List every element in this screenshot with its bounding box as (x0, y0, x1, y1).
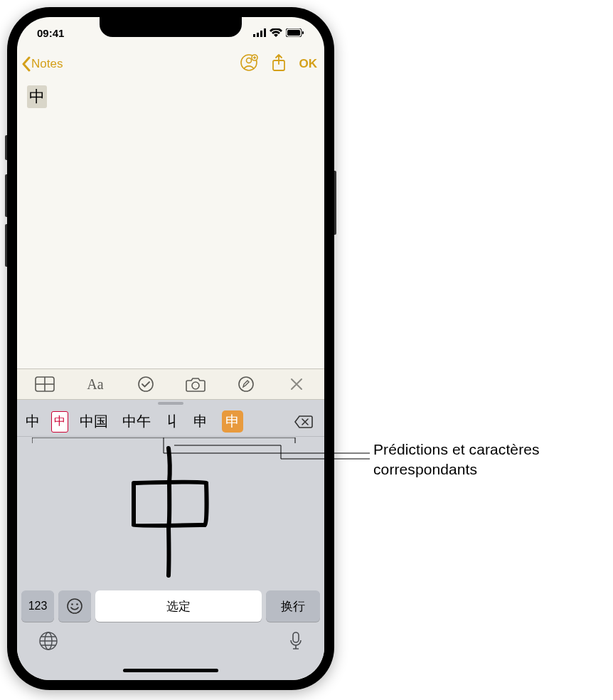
collaborate-button[interactable] (240, 53, 258, 75)
candidate-row: 中 中 中国 中午 丩 申 申 (17, 407, 324, 437)
candidate-item-5[interactable]: 申 (186, 407, 215, 437)
svg-point-14 (139, 377, 153, 391)
chevron-left-icon (21, 56, 31, 72)
svg-rect-1 (257, 33, 259, 37)
wifi-icon (270, 28, 282, 37)
keyboard-drag-handle[interactable] (17, 400, 324, 407)
keyboard-footer (17, 625, 324, 660)
status-time: 09:41 (37, 27, 64, 39)
cellular-signal-icon (253, 28, 266, 37)
candidate-item-1-mahjong[interactable]: 中 (47, 407, 73, 437)
table-button[interactable] (29, 368, 60, 400)
callout-line-1: Prédictions et caractères (373, 440, 540, 460)
battery-icon (286, 28, 304, 37)
note-content: 中 (27, 85, 47, 108)
emoji-key[interactable] (58, 590, 91, 622)
note-body[interactable]: 中 (17, 80, 324, 368)
camera-button[interactable] (180, 368, 211, 400)
share-button[interactable] (271, 53, 287, 75)
volume-down (5, 224, 7, 267)
svg-rect-3 (264, 28, 266, 37)
return-key[interactable]: 换行 (266, 590, 320, 622)
nav-bar: Notes OK (17, 48, 324, 80)
handwritten-character (121, 444, 220, 579)
callout-text: Prédictions et caractères correspondants (373, 440, 540, 480)
done-button[interactable]: OK (299, 57, 318, 71)
handle-bar (158, 402, 183, 405)
svg-rect-23 (293, 632, 299, 642)
back-button[interactable]: Notes (21, 56, 63, 72)
candidate-item-4[interactable]: 丩 (158, 407, 186, 437)
candidate-item-6-highlighted[interactable]: 申 (215, 407, 250, 437)
svg-rect-2 (260, 31, 262, 37)
status-right (253, 28, 304, 37)
svg-point-8 (246, 58, 251, 63)
handwriting-area[interactable] (17, 437, 324, 586)
svg-point-15 (192, 382, 199, 389)
numbers-key[interactable]: 123 (21, 590, 54, 622)
globe-key[interactable] (38, 631, 58, 654)
text-format-button[interactable]: Aa (80, 368, 111, 400)
svg-rect-5 (287, 30, 300, 36)
select-key[interactable]: 选定 (95, 590, 262, 622)
phone-screen: 09:41 Notes (17, 17, 324, 680)
side-button (334, 171, 336, 235)
emoji-icon (66, 598, 83, 615)
callout-line-2: correspondants (373, 460, 540, 479)
svg-point-16 (239, 377, 253, 391)
phone-frame: 09:41 Notes (7, 7, 334, 690)
home-indicator[interactable] (123, 669, 218, 672)
delete-key[interactable] (284, 407, 323, 437)
svg-point-19 (76, 603, 78, 605)
volume-up (5, 174, 7, 217)
candidate-item-2[interactable]: 中国 (73, 407, 115, 437)
candidate-item-0[interactable]: 中 (18, 407, 47, 437)
format-bar: Aa (17, 368, 324, 400)
home-indicator-area (17, 660, 324, 680)
svg-point-18 (71, 603, 73, 605)
svg-point-17 (68, 599, 82, 613)
markup-button[interactable] (230, 368, 262, 400)
dictation-key[interactable] (289, 631, 303, 654)
svg-rect-0 (253, 34, 255, 37)
mute-switch (5, 135, 7, 160)
keyboard-bottom-row: 123 选定 换行 (17, 586, 324, 625)
svg-rect-6 (302, 31, 304, 34)
notch (100, 17, 242, 37)
back-label: Notes (31, 57, 63, 71)
close-format-button[interactable] (281, 368, 312, 400)
checklist-button[interactable] (130, 368, 161, 400)
candidate-item-3[interactable]: 中午 (115, 407, 158, 437)
